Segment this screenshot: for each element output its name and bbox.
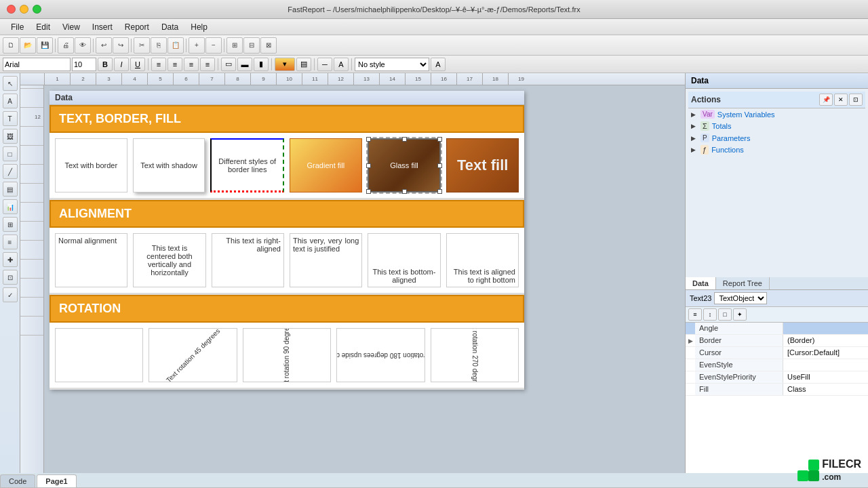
save-button[interactable]: 💾 [37,37,53,54]
handle-mr[interactable] [437,163,442,168]
gradient-fill-box[interactable]: Gradient fill [290,138,362,192]
tree-item-functions[interactable]: ▶ ƒ Functions [688,144,865,156]
redo-button[interactable]: ↪ [113,37,129,54]
align-right-button[interactable]: ≡ [184,58,199,71]
tree-item-system-vars[interactable]: ▶ Var System Variables [688,108,865,120]
right-align-box[interactable]: This text is right-aligned [212,233,284,287]
actions-pop-button[interactable]: ⊡ [849,94,863,106]
actions-pin-button[interactable]: 📌 [819,94,833,106]
prop-row-border[interactable]: ▶ Border (Border) [686,335,868,347]
select-tool[interactable]: ↖ [3,76,18,91]
center-align-box[interactable]: This text is centered both vertically an… [133,233,205,287]
rot0-box[interactable] [55,328,143,382]
check-tool[interactable]: ✓ [3,287,18,302]
tree-item-parameters[interactable]: ▶ P Parameters [688,132,865,144]
tab-code[interactable]: Code [0,474,35,487]
highlight-button[interactable]: A [334,58,349,71]
chart-tool[interactable]: 📊 [3,199,18,214]
snap-button[interactable]: ⊠ [260,37,277,54]
prop-value-cursor[interactable]: [Cursor:Default] [783,347,868,359]
align-center-button[interactable]: ≡ [167,58,182,71]
zoom-in-button[interactable]: + [189,37,205,54]
sparkline-button[interactable]: ▬ [237,58,252,71]
window-controls[interactable] [7,5,41,14]
menu-help[interactable]: Help [185,21,213,33]
zoom-out-button[interactable]: − [205,37,222,54]
tab-data[interactable]: Data [686,277,716,289]
tab-page1[interactable]: Page1 [37,474,76,487]
maximize-button[interactable] [33,5,41,14]
normal-align-box[interactable]: Normal alignment [55,233,127,287]
bar-chart-button[interactable]: ▭ [221,58,236,71]
align-left-button[interactable]: ≡ [151,58,166,71]
line-tool[interactable]: ╱ [3,164,18,179]
justify-align-box[interactable]: This very, very long text is justified [290,233,362,287]
shape-tool[interactable]: □ [3,146,18,161]
menu-edit[interactable]: Edit [31,21,56,33]
rot180-box[interactable]: text rotation 180 degrees upside down [336,328,425,382]
prop-row-fill[interactable]: Fill Class [686,384,868,396]
align-justify-button[interactable]: ≡ [200,58,215,71]
barcode-tool[interactable]: ▤ [3,182,18,197]
band-tool[interactable]: ≡ [3,235,18,249]
open-button[interactable]: 📂 [20,37,36,54]
new-button[interactable]: 🗋 [3,37,19,54]
handle-ml[interactable] [366,163,371,168]
props-star-button[interactable]: ✦ [733,308,747,321]
handle-tr[interactable] [437,137,442,142]
mini-chart-button[interactable]: ▮ [254,58,269,71]
underline-button[interactable]: U [130,58,145,71]
text-shadow-box[interactable]: Text with shadow [133,138,205,192]
text-border-box[interactable]: Text with border [55,138,127,192]
bold-button[interactable]: B [98,58,113,71]
menu-insert[interactable]: Insert [87,21,118,33]
handle-tl[interactable] [366,137,371,142]
zoom-tool[interactable]: A [3,94,18,108]
tab-report-tree[interactable]: Report Tree [716,277,770,289]
align-button[interactable]: ⊞ [226,37,243,54]
print-button[interactable]: 🖨 [58,37,74,54]
handle-bl[interactable] [366,189,371,194]
bottom-align-box[interactable]: This text is bottom-aligned [368,233,440,287]
style-btn[interactable]: A [431,58,446,71]
cut-button[interactable]: ✂ [134,37,150,54]
prop-value-evenstylepriority[interactable]: UseFill [783,371,868,383]
prop-row-angle[interactable]: Angle [686,323,868,335]
font-family-input[interactable] [3,58,71,71]
rot45-box[interactable]: Text rotation 45 degrees [149,328,237,382]
handle-tm[interactable] [402,137,407,142]
prop-row-evenstyle[interactable]: EvenStyle [686,359,868,371]
prop-value-evenstyle[interactable] [783,359,868,371]
menu-file[interactable]: File [5,21,29,33]
rot90-box[interactable]: text rotation 90 degrees [243,328,331,382]
font-size-input[interactable] [72,58,96,71]
style-select[interactable]: No style [355,58,429,71]
props-sort-cat-button[interactable]: ↕ [703,308,717,321]
menu-view[interactable]: View [57,21,85,33]
fill-color-button[interactable]: ▾ [275,58,295,71]
paste-button[interactable]: 📋 [167,37,184,54]
text-fill-box[interactable]: Text fill [446,138,519,192]
glass-fill-box[interactable]: Glass fill [368,138,441,192]
props-type-select[interactable]: TextObject [714,292,767,304]
prop-value-angle[interactable] [783,323,868,334]
handle-br[interactable] [437,189,442,194]
grid-button[interactable]: ⊟ [243,37,260,54]
rot270-box[interactable]: text rotation 270 degrees [431,328,519,382]
props-sort-alpha-button[interactable]: ≡ [688,308,702,321]
line-style-button[interactable]: ─ [317,58,332,71]
cross-tool[interactable]: ✚ [3,252,18,267]
close-button[interactable] [7,5,16,14]
copy-button[interactable]: ⎘ [151,37,167,54]
page-content[interactable]: Data TEXT, BORDER, FILL Text with border… [44,85,685,473]
italic-button[interactable]: I [114,58,129,71]
prop-row-cursor[interactable]: Cursor [Cursor:Default] [686,347,868,359]
image-tool[interactable]: 🖼 [3,129,18,144]
text-tool[interactable]: T [3,111,18,126]
props-expand-button[interactable]: □ [718,308,732,321]
prop-value-border[interactable]: (Border) [783,335,868,346]
menu-data[interactable]: Data [156,21,184,33]
undo-button[interactable]: ↩ [96,37,112,54]
handle-bm[interactable] [402,189,407,194]
subreport-tool[interactable]: ⊡ [3,270,18,285]
